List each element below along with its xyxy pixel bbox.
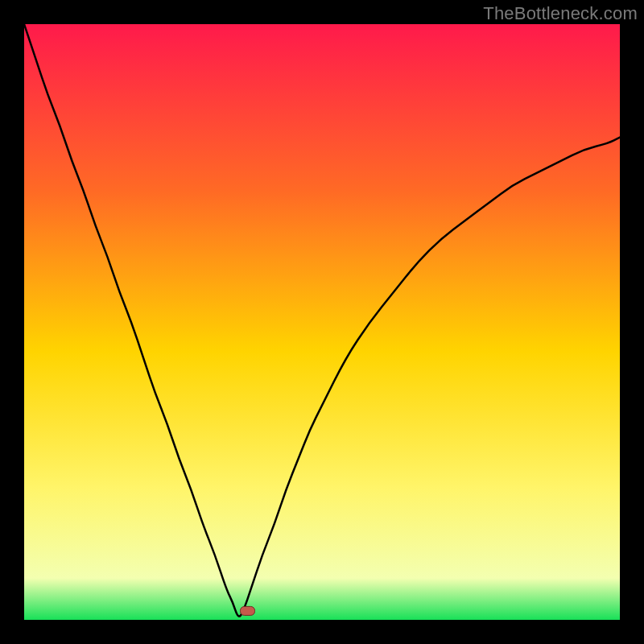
optimum-marker	[241, 606, 255, 615]
bottleneck-chart	[24, 24, 620, 620]
chart-frame	[24, 24, 620, 620]
gradient-background	[24, 24, 620, 620]
watermark-text: TheBottleneck.com	[483, 3, 638, 24]
